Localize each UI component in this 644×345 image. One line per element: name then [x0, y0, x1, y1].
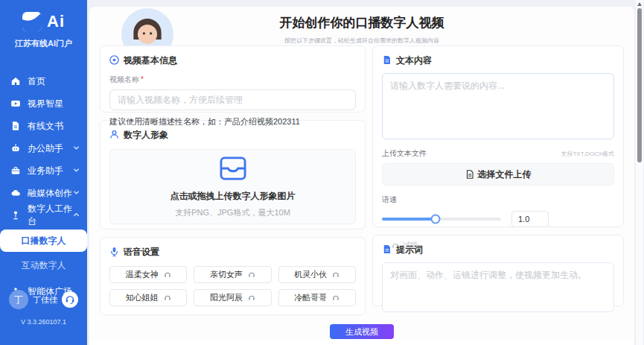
sidebar-item-media-creation[interactable]: 融媒体创作 — [0, 182, 87, 204]
scrollbar-thumb[interactable] — [637, 8, 642, 162]
voice-label: 亲切女声 — [210, 269, 243, 280]
speed-label: 语速 — [382, 194, 614, 205]
format-hint: 支持TXT,DOCX格式 — [561, 150, 614, 158]
speed-value-input[interactable] — [511, 211, 549, 227]
video-name-label: 视频名称 — [109, 75, 139, 83]
voice-option-button[interactable]: 冷酷哥哥 — [278, 289, 356, 306]
video-name-input[interactable] — [109, 89, 356, 110]
user-area: 丁 丁佳佳 V 3.3.260107.1 — [0, 290, 87, 326]
sidebar-item-business-assistant[interactable]: 业务助手 — [0, 159, 87, 182]
sidebar-item-video-star[interactable]: 视界智星 — [0, 92, 87, 115]
speed-slider[interactable] — [382, 218, 501, 221]
voice-label: 知心姐姐 — [126, 292, 159, 303]
sidebar-item-label: 业务助手 — [28, 165, 63, 177]
user-name: 丁佳佳 — [33, 294, 57, 306]
scrollbar-up-arrow-icon[interactable] — [637, 2, 642, 6]
chevron-up-icon — [73, 210, 80, 221]
voice-label: 温柔女神 — [126, 269, 159, 280]
version-label: V 3.3.260107.1 — [0, 318, 87, 326]
card-title: 视频基本信息 — [124, 54, 177, 67]
brand-logo-icon — [22, 12, 42, 31]
voice-options: 温柔女神 亲切女声 机灵小伙 知心姐姐 — [109, 266, 356, 306]
sidebar-item-home[interactable]: 首页 — [0, 70, 87, 92]
card-title: 语音设置 — [124, 246, 159, 259]
headphone-icon — [164, 270, 171, 279]
sidebar-item-digital-human-workbench[interactable]: 数字人工作台 — [0, 204, 87, 227]
chevron-down-icon — [73, 143, 80, 153]
voice-label: 冷酷哥哥 — [294, 292, 327, 303]
upload-main-text: 点击或拖拽上传数字人形象图片 — [170, 190, 296, 203]
info-icon — [109, 55, 119, 67]
microphone-icon — [109, 247, 119, 259]
briefcase-icon — [10, 165, 21, 176]
slider-fill — [382, 218, 436, 221]
avatar-upload-dropzone[interactable]: 点击或拖拽上传数字人形象图片 支持PNG、JPG格式，最大10M — [109, 149, 356, 224]
sidebar-item-label: 办公助手 — [28, 142, 63, 155]
required-mark: * — [141, 75, 144, 83]
file-text-icon — [382, 55, 392, 67]
generate-video-button[interactable]: 生成视频 — [330, 324, 394, 339]
text-content-card: 文本内容 上传文本文件 支持TXT,DOCX格式 选择文件上传 语速 — [372, 45, 624, 227]
voice-option-button[interactable]: 温柔女神 — [109, 266, 187, 283]
home-icon — [10, 76, 21, 86]
avatar-upload-card: 数字人形象 点击或拖拽上传数字人形象图片 支持PNG、JPG格式，最大10M — [100, 120, 366, 230]
chevron-down-icon — [73, 188, 80, 198]
document-icon — [10, 121, 21, 131]
headphone-icon — [332, 294, 339, 303]
voice-settings-card: 语音设置 温柔女神 亲切女声 机灵小伙 — [100, 237, 366, 315]
upload-file-label: 上传文本文件 — [382, 148, 427, 159]
card-title: 提示词 — [396, 244, 423, 256]
card-title: 文本内容 — [396, 54, 432, 67]
sidebar-nav: 首页 视界智星 有线文书 办公助手 业务助 — [0, 70, 87, 303]
sidebar-subitem-broadcast-digital-human[interactable]: 口播数字人 — [0, 230, 87, 252]
scrollbar[interactable] — [636, 0, 643, 345]
upload-inbox-icon — [219, 156, 247, 184]
main-content: 互动数字人 开始创作你的口播数字人视频 按照以下步骤设置，轻松生成符合你需求的数… — [87, 0, 644, 345]
logo-text: Ai — [47, 12, 65, 31]
portal-name: 江苏有线AI门户 — [0, 38, 87, 49]
sidebar: Ai 江苏有线AI门户 首页 视界智星 有线文书 办公助手 — [0, 0, 87, 345]
card-title: 数字人形象 — [124, 129, 168, 142]
upload-hint-text: 支持PNG、JPG格式，最大10M — [175, 207, 290, 218]
voice-label: 机灵小伙 — [294, 269, 327, 280]
slider-thumb[interactable] — [431, 215, 441, 224]
avatar[interactable]: 丁 — [9, 290, 28, 309]
sidebar-item-label: 视界智星 — [28, 98, 63, 110]
chevron-down-icon — [73, 165, 80, 176]
choose-file-button[interactable]: 选择文件上传 — [382, 163, 614, 186]
prompt-card: 提示词 — [372, 235, 624, 306]
robot-icon — [10, 143, 21, 153]
prompt-input[interactable] — [382, 262, 614, 312]
file-icon — [465, 170, 474, 179]
voice-option-button[interactable]: 阳光阿辰 — [194, 289, 271, 306]
sidebar-item-label: 融媒体创作 — [28, 187, 72, 200]
headphone-icon — [248, 270, 255, 279]
sidebar-item-label: 有线文书 — [28, 120, 63, 133]
speech-text-input[interactable] — [382, 73, 614, 139]
headphone-icon — [248, 294, 255, 303]
headphone-icon — [332, 270, 339, 279]
basic-info-card: 视频基本信息 视频名称* 建议使用清晰描述性名称，如：产品介绍视频202311 — [100, 45, 366, 113]
headphone-icon — [164, 294, 171, 303]
voice-label: 阳光阿辰 — [210, 292, 243, 303]
bottom-strip — [89, 340, 634, 345]
cloud-icon — [10, 188, 21, 198]
prompt-doc-icon — [382, 244, 392, 256]
sidebar-subitem-interactive-digital-human[interactable]: 互动数字人 — [0, 255, 87, 276]
sidebar-item-label: 首页 — [28, 75, 45, 88]
person-icon — [109, 130, 119, 142]
video-icon — [10, 98, 21, 109]
logo: Ai — [0, 12, 87, 31]
voice-option-button[interactable]: 知心姐姐 — [109, 289, 187, 306]
digital-human-icon — [10, 210, 21, 221]
voice-option-button[interactable]: 亲切女声 — [194, 266, 271, 283]
content-panel: 互动数字人 开始创作你的口播数字人视频 按照以下步骤设置，轻松生成符合你需求的数… — [89, 6, 635, 345]
sidebar-item-label: 数字人工作台 — [28, 203, 73, 228]
sidebar-item-office-assistant[interactable]: 办公助手 — [0, 137, 87, 159]
choose-file-label: 选择文件上传 — [478, 168, 532, 181]
voice-option-button[interactable]: 机灵小伙 — [278, 266, 356, 283]
customer-service-icon[interactable] — [62, 291, 78, 308]
sidebar-item-cable-doc[interactable]: 有线文书 — [0, 115, 87, 137]
